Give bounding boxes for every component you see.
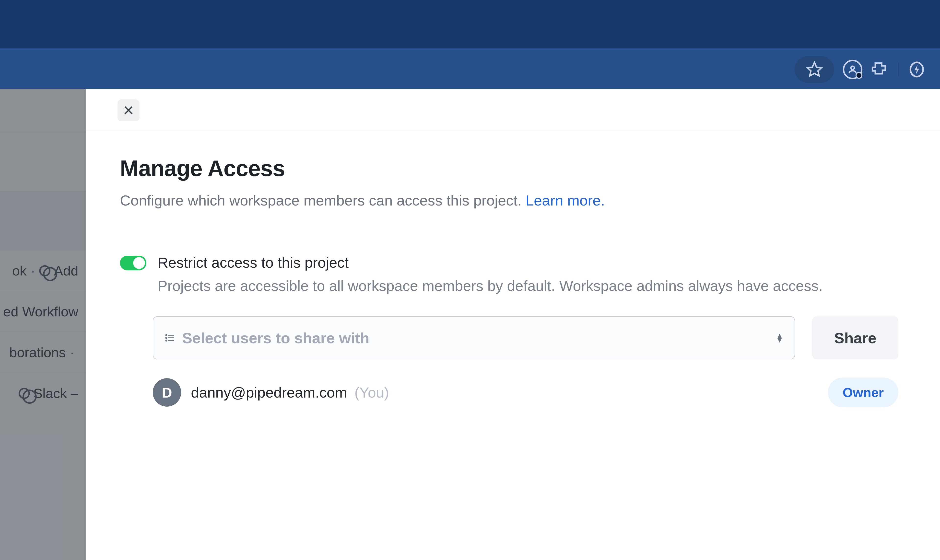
extensions-icon[interactable]: [866, 56, 893, 83]
restrict-access-description: Projects are accessible to all workspace…: [158, 277, 823, 294]
learn-more-link[interactable]: Learn more.: [525, 192, 605, 209]
pipedream-bolt-icon[interactable]: [903, 56, 930, 83]
role-badge: Owner: [828, 377, 898, 407]
toggle-text-block: Restrict access to this project Projects…: [158, 254, 823, 294]
share-row: Select users to share with ▲▼ Share: [153, 316, 898, 359]
modal-body: Manage Access Configure which workspace …: [86, 131, 940, 407]
user-select-dropdown[interactable]: Select users to share with ▲▼: [153, 316, 795, 359]
svg-point-9: [166, 340, 167, 341]
star-icon[interactable]: [801, 56, 828, 83]
member-you-suffix: (You): [354, 384, 389, 401]
toolbar-divider: [898, 61, 898, 78]
modal-backdrop: [0, 89, 86, 560]
toggle-thumb: [133, 257, 145, 269]
restrict-access-toggle[interactable]: [120, 255, 146, 270]
select-placeholder: Select users to share with: [182, 329, 369, 347]
member-email: danny@pipedream.com: [191, 384, 347, 401]
avatar-initial: D: [162, 385, 172, 401]
manage-access-modal: Manage Access Configure which workspace …: [86, 89, 940, 560]
browser-tabstrip: [0, 0, 940, 48]
restrict-access-section: Restrict access to this project Projects…: [120, 254, 898, 294]
svg-marker-0: [807, 62, 821, 76]
modal-subtitle: Configure which workspace members can ac…: [120, 191, 898, 210]
svg-point-7: [166, 335, 167, 335]
modal-title: Manage Access: [120, 155, 898, 181]
modal-header-row: [86, 89, 940, 131]
close-button[interactable]: [117, 99, 140, 122]
subtitle-text: Configure which workspace members can ac…: [120, 192, 525, 209]
role-label: Owner: [843, 385, 884, 400]
bookmark-pill: [795, 56, 834, 83]
share-button[interactable]: Share: [812, 316, 898, 359]
close-icon: [122, 104, 135, 117]
avatar: D: [153, 378, 181, 407]
share-button-label: Share: [834, 329, 876, 347]
svg-point-1: [851, 66, 854, 69]
browser-toolbar: [0, 48, 940, 89]
chevron-updown-icon: ▲▼: [776, 334, 783, 342]
restrict-access-label: Restrict access to this project: [158, 254, 823, 271]
list-icon: [165, 332, 175, 343]
profile-badge-icon[interactable]: [839, 56, 866, 83]
svg-point-8: [166, 337, 167, 338]
member-row: D danny@pipedream.com (You) Owner: [153, 377, 898, 407]
